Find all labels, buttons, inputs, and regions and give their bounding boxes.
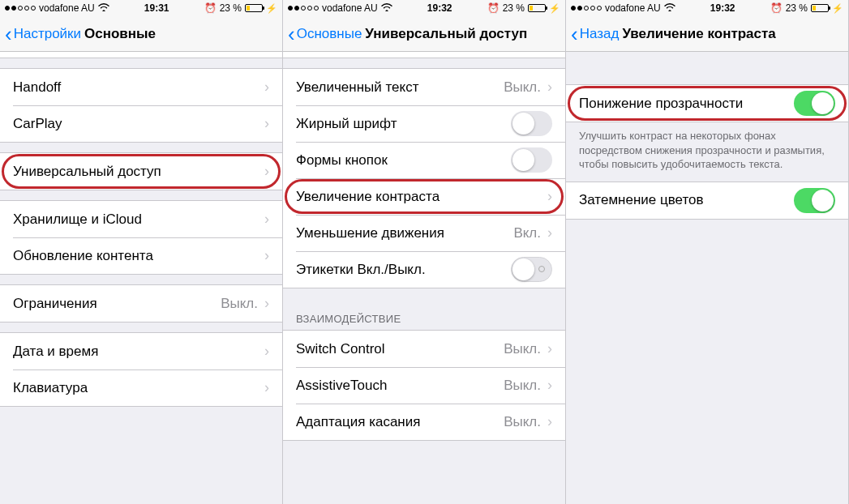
row-detail: Выкл. — [221, 296, 258, 312]
settings-row[interactable]: Формы кнопок — [283, 142, 565, 178]
carrier-label: vodafone AU — [605, 2, 661, 14]
chevron-right-icon: › — [547, 340, 552, 357]
settings-row[interactable]: Понижение прозрачности — [566, 85, 848, 122]
screen-pane: vodafone AU 19:31 ⏰ 23 % ⚡ ‹ Настройки О… — [0, 0, 283, 504]
settings-row[interactable]: Затемнение цветов — [566, 182, 848, 219]
back-button[interactable]: ‹ Основные — [288, 23, 362, 45]
signal-dots-icon — [571, 6, 602, 11]
page-title: Увеличение контраста — [622, 26, 843, 42]
settings-group: Ограничения Выкл.› — [0, 284, 282, 322]
row-label: Адаптация касания — [296, 414, 504, 430]
chevron-left-icon: ‹ — [571, 23, 578, 45]
toggle-switch[interactable] — [511, 257, 552, 282]
row-detail: Выкл. — [504, 414, 541, 430]
row-detail: Вкл. — [513, 225, 541, 241]
row-detail: Выкл. — [504, 378, 541, 394]
settings-row[interactable]: Handoff › — [0, 69, 282, 105]
row-label: Формы кнопок — [296, 152, 511, 169]
status-right: ⏰ 23 % ⚡ — [487, 2, 560, 14]
screen-pane: vodafone AU 19:32 ⏰ 23 % ⚡ ‹ Назад Увели… — [566, 0, 849, 504]
settings-row[interactable]: Этикетки Вкл./Выкл. — [283, 251, 565, 288]
chevron-right-icon: › — [264, 247, 269, 264]
battery-icon — [245, 4, 263, 12]
charging-icon: ⚡ — [549, 3, 560, 14]
settings-row[interactable]: Хранилище и iCloud › — [0, 201, 282, 237]
row-label: Handoff — [13, 79, 264, 96]
settings-row[interactable]: Уменьшение движения Вкл.› — [283, 215, 565, 251]
settings-group: Handoff › CarPlay › — [0, 68, 282, 143]
chevron-right-icon: › — [547, 413, 552, 430]
toggle-switch[interactable] — [511, 111, 552, 136]
spacer — [0, 190, 282, 200]
toggle-switch[interactable] — [511, 147, 552, 173]
row-label: Клавиатура — [13, 380, 264, 396]
settings-row[interactable]: Switch Control Выкл.› — [283, 331, 565, 367]
nav-bar: ‹ Назад Увеличение контраста — [566, 16, 848, 52]
settings-row[interactable]: Обновление контента › — [0, 237, 282, 274]
clock: 19:32 — [392, 2, 487, 14]
row-label: CarPlay — [13, 116, 264, 132]
settings-row[interactable]: Жирный шрифт — [283, 105, 565, 142]
status-left: vodafone AU — [5, 2, 109, 14]
section-header: ВЗАИМОДЕЙСТВИЕ — [283, 298, 565, 330]
alarm-icon: ⏰ — [770, 2, 783, 14]
row-label: Жирный шрифт — [296, 116, 511, 132]
chevron-right-icon: › — [264, 379, 269, 396]
settings-row[interactable]: Адаптация касания Выкл.› — [283, 404, 565, 440]
settings-group: Понижение прозрачности — [566, 84, 848, 122]
spacer — [566, 52, 848, 84]
spacer — [0, 275, 282, 284]
settings-row[interactable]: Увеличение контраста › — [283, 178, 565, 215]
wifi-icon — [664, 2, 675, 14]
wifi-icon — [381, 2, 392, 14]
row-label: Увеличение контраста — [296, 189, 547, 205]
spacer — [0, 143, 282, 152]
settings-row[interactable]: Клавиатура › — [0, 369, 282, 406]
battery-icon — [528, 4, 546, 12]
row-label: Этикетки Вкл./Выкл. — [296, 262, 511, 278]
status-bar: vodafone AU 19:32 ⏰ 23 % ⚡ — [566, 0, 848, 16]
signal-dots-icon — [288, 6, 319, 11]
carrier-label: vodafone AU — [39, 2, 95, 14]
spacer — [283, 288, 565, 298]
settings-row[interactable]: Ограничения Выкл.› — [0, 285, 282, 322]
alarm-icon: ⏰ — [487, 2, 500, 14]
nav-bar: ‹ Основные Универсальный доступ — [283, 16, 565, 52]
back-label: Основные — [297, 26, 362, 42]
chevron-right-icon: › — [264, 79, 269, 96]
nav-bar: ‹ Настройки Основные — [0, 16, 282, 52]
charging-icon: ⚡ — [266, 3, 277, 14]
carrier-label: vodafone AU — [322, 2, 378, 14]
clock: 19:32 — [675, 2, 770, 14]
spacer — [0, 58, 282, 68]
row-label: AssistiveTouch — [296, 378, 504, 394]
row-label: Уменьшение движения — [296, 225, 513, 241]
settings-row[interactable]: Универсальный доступ › — [0, 153, 282, 190]
settings-row[interactable]: CarPlay › — [0, 105, 282, 142]
back-label: Настройки — [14, 26, 81, 42]
settings-row[interactable]: Увеличенный текст Выкл.› — [283, 69, 565, 105]
toggle-switch[interactable] — [794, 91, 835, 116]
row-label: Понижение прозрачности — [579, 96, 794, 112]
row-detail: Выкл. — [504, 341, 541, 357]
row-label: Обновление контента — [13, 248, 264, 264]
row-label: Универсальный доступ — [13, 164, 264, 180]
settings-row[interactable]: AssistiveTouch Выкл.› — [283, 367, 565, 404]
chevron-right-icon: › — [264, 163, 269, 180]
clock: 19:31 — [109, 2, 204, 14]
spacer — [283, 58, 565, 68]
settings-group: Хранилище и iCloud › Обновление контента… — [0, 200, 282, 275]
chevron-left-icon: ‹ — [5, 23, 12, 45]
chevron-right-icon: › — [547, 188, 552, 205]
chevron-right-icon: › — [264, 343, 269, 360]
back-button[interactable]: ‹ Настройки — [5, 23, 81, 45]
row-label: Затемнение цветов — [579, 192, 794, 208]
settings-row[interactable]: Дата и время › — [0, 333, 282, 369]
spacer — [0, 322, 282, 332]
battery-percent: 23 % — [220, 2, 242, 14]
signal-dots-icon — [5, 6, 36, 11]
toggle-switch[interactable] — [794, 188, 835, 213]
back-button[interactable]: ‹ Назад — [571, 23, 619, 45]
row-label: Switch Control — [296, 341, 504, 357]
charging-icon: ⚡ — [832, 3, 843, 14]
